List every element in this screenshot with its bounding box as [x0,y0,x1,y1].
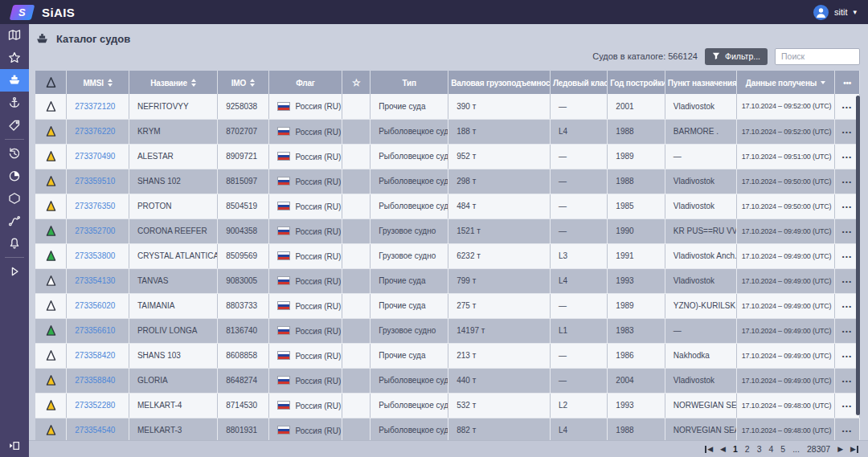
flag-cell: Россия (RU) [268,243,342,268]
mmsi-link[interactable]: 273356610 [75,326,115,335]
tonnage-cell: 882 т [448,418,551,440]
previous-page-button[interactable]: ◀ [720,446,726,453]
row-actions-button[interactable]: ••• [842,353,853,360]
last-page-button[interactable]: ▶ [850,446,858,453]
sidebar-item-routes[interactable] [0,210,29,232]
tonnage-column-header: Валовая грузоподъемность [448,71,551,94]
name-column-header[interactable]: Название [129,71,217,94]
row-actions-button[interactable]: ••• [842,377,853,385]
mmsi-link[interactable]: 273376220 [75,127,115,136]
mmsi-link[interactable]: 273352700 [75,226,115,235]
page-number-28307[interactable]: 28307 [807,444,830,454]
mmsi-link[interactable]: 273372120 [75,102,115,111]
sidebar-item-playback[interactable] [0,260,29,283]
sort-desc-icon [821,81,825,84]
sidebar-item-favorites-star[interactable] [0,47,29,69]
favorite-cell[interactable] [342,343,371,368]
sidebar-item-history[interactable] [0,142,29,165]
favorite-cell[interactable] [342,268,371,293]
mmsi-link[interactable]: 273359510 [75,177,115,186]
mmsi-cell: 273372120 [67,94,129,119]
table-row[interactable]: 273354540MELKART-38801931Россия (RU)Рыбо… [35,418,860,440]
row-actions-button[interactable]: ••• [842,104,853,111]
table-row[interactable]: 273376220KRYM8702707Россия (RU)Рыболовец… [35,119,860,144]
received-cell: 17.10.2024 – 09:48:00 (UTC) [736,418,835,440]
row-actions-button[interactable]: ••• [842,129,853,136]
favorite-cell[interactable] [342,243,371,268]
first-page-button[interactable]: ◀ [705,446,713,453]
table-row[interactable]: 273356020TAIMANIA8803733Россия (RU)Прочи… [35,293,860,318]
sidebar-item-collapse-sidebar[interactable] [0,435,29,457]
page-number-4[interactable]: 4 [769,444,774,454]
favorite-cell[interactable] [342,94,371,119]
favorite-cell[interactable] [342,368,371,393]
table-row[interactable]: 273370490ALESTAR8909721Россия (RU)Рыболо… [35,144,860,169]
imo-column-header[interactable]: IMO [218,71,268,94]
table-row[interactable]: 273372120NEFRITOVYY9258038Россия (RU)Про… [35,94,860,119]
favorite-cell[interactable] [342,169,371,194]
row-actions-button[interactable]: ••• [842,253,853,260]
favorite-cell[interactable] [342,418,371,440]
page-number-1[interactable]: 1 [733,444,738,454]
mmsi-link[interactable]: 273376350 [75,202,115,210]
favorite-cell[interactable] [342,119,371,144]
favorite-cell[interactable] [342,293,371,318]
row-actions-button[interactable]: ••• [842,402,853,410]
sidebar-item-ships-catalog[interactable] [0,69,29,92]
favorite-cell[interactable] [342,318,371,343]
mmsi-column-header[interactable]: MMSI [67,71,129,94]
mmsi-link[interactable]: 273353800 [75,251,115,260]
received-cell: 17.10.2024 – 09:49:00 (UTC) [736,293,835,318]
row-actions-button[interactable]: ••• [842,427,853,435]
row-actions-button[interactable]: ••• [842,153,853,161]
row-actions-button[interactable]: ••• [842,178,853,186]
row-actions-button[interactable]: ••• [842,328,853,335]
table-row[interactable]: 273358420SHANS 1038608858Россия (RU)Проч… [35,343,860,368]
favorite-cell[interactable] [342,393,371,418]
mmsi-link[interactable]: 273356020 [75,301,115,310]
filter-button[interactable]: Фильтр... [705,48,768,65]
page-number-3[interactable]: 3 [757,444,762,454]
sidebar-item-notifications-bell[interactable] [0,232,29,255]
table-row[interactable]: 273376350PROTON8504519Россия (RU)Рыболов… [35,194,860,218]
mmsi-link[interactable]: 273354540 [75,426,115,435]
next-page-button[interactable]: ▶ [837,446,843,453]
received-column-header[interactable]: Данные получены [736,71,835,94]
mmsi-link[interactable]: 273358420 [75,351,115,360]
row-actions-button[interactable]: ••• [842,228,853,235]
search-input[interactable] [775,48,860,65]
sidebar-item-anchor[interactable] [0,92,29,114]
mmsi-link[interactable]: 273352280 [75,401,115,410]
table-row[interactable]: 273353800CRYSTAL ATLANTICA8509569Россия … [35,243,860,268]
mmsi-link[interactable]: 273358840 [75,376,115,385]
page-number-5[interactable]: 5 [780,444,785,454]
sidebar-item-map[interactable] [0,24,29,47]
flag-cell: Россия (RU) [268,368,342,393]
table-row[interactable]: 273359510SHANS 1028815097Россия (RU)Рыбо… [35,169,860,194]
row-actions-button[interactable]: ••• [842,203,853,210]
mmsi-link[interactable]: 273354130 [75,276,115,285]
sidebar-item-tags[interactable] [0,114,29,137]
table-row[interactable]: 273352280MELKART-48714530Россия (RU)Рыбо… [35,393,860,418]
favorite-cell[interactable] [342,218,371,243]
row-actions-button[interactable]: ••• [842,303,853,310]
page-number-2[interactable]: 2 [745,444,750,454]
vessel-marker-cell [35,94,67,119]
table-row[interactable]: 273352700CORONA REEFER9004358Россия (RU)… [35,218,860,243]
sidebar-item-zones-polygon[interactable] [0,187,29,210]
mmsi-link[interactable]: 273370490 [75,152,115,161]
vertical-scrollbar[interactable] [856,96,860,415]
sidebar-item-statistics-pie[interactable] [0,165,29,187]
table-row[interactable]: 273354130TANVAS9083005Россия (RU)Прочие … [35,268,860,293]
build-year-cell: 1983 [608,318,665,343]
favorite-cell[interactable] [342,144,371,169]
destination-cell: Vladivostok [665,268,736,293]
app-logo[interactable]: S SiAIS [0,5,75,20]
table-row[interactable]: 273356610PROLIV LONGA8136740Россия (RU)Г… [35,318,860,343]
vessel-name-cell: NEFRITOVYY [129,94,217,119]
favorite-cell[interactable] [342,194,371,218]
user-menu[interactable]: sitit ▾ [813,5,868,20]
tags-icon [8,119,21,132]
table-row[interactable]: 273358840GLORIA8648274Россия (RU)Рыболов… [35,368,860,393]
row-actions-button[interactable]: ••• [842,278,853,285]
